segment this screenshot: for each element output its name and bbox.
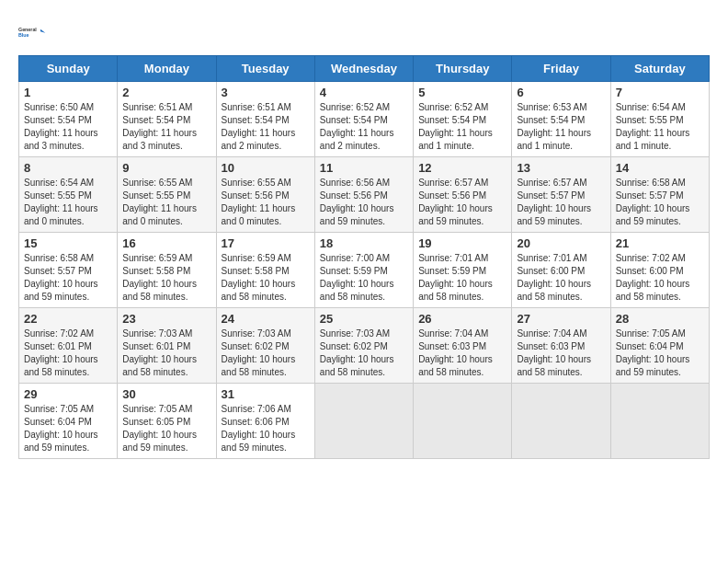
day-number: 3 (222, 86, 310, 99)
day-cell: 20 Sunrise: 7:01 AMSunset: 6:00 PMDaylig… (512, 233, 610, 308)
page-header: GeneralBlue (18, 18, 710, 46)
day-number: 2 (122, 86, 210, 99)
day-number: 11 (320, 161, 408, 175)
day-cell: 23 Sunrise: 7:03 AMSunset: 6:01 PMDaylig… (118, 308, 216, 384)
day-cell: 11 Sunrise: 6:56 AMSunset: 5:56 PMDaylig… (314, 157, 413, 233)
day-info: Sunrise: 6:55 AMSunset: 5:56 PMDaylight:… (222, 178, 296, 226)
svg-marker-2 (40, 29, 45, 33)
svg-text:Blue: Blue (18, 32, 29, 38)
day-cell: 21 Sunrise: 7:02 AMSunset: 6:00 PMDaylig… (610, 233, 709, 308)
week-row-5: 29 Sunrise: 7:05 AMSunset: 6:04 PMDaylig… (19, 384, 710, 459)
calendar-table: SundayMondayTuesdayWednesdayThursdayFrid… (18, 55, 710, 459)
day-info: Sunrise: 6:53 AMSunset: 5:54 PMDaylight:… (517, 102, 591, 151)
day-number: 17 (222, 236, 310, 250)
day-info: Sunrise: 6:58 AMSunset: 5:57 PMDaylight:… (616, 178, 690, 226)
day-info: Sunrise: 6:51 AMSunset: 5:54 PMDaylight:… (122, 102, 197, 151)
day-cell: 18 Sunrise: 7:00 AMSunset: 5:59 PMDaylig… (314, 233, 413, 308)
weekday-header-wednesday: Wednesday (314, 56, 413, 82)
day-number: 23 (122, 312, 210, 326)
day-cell: 12 Sunrise: 6:57 AMSunset: 5:56 PMDaylig… (414, 157, 512, 233)
day-info: Sunrise: 7:03 AMSunset: 6:02 PMDaylight:… (222, 328, 296, 377)
week-row-1: 1 Sunrise: 6:50 AMSunset: 5:54 PMDayligh… (19, 82, 710, 157)
day-number: 10 (222, 161, 310, 175)
day-number: 31 (222, 387, 310, 401)
weekday-header-sunday: Sunday (19, 56, 118, 82)
day-info: Sunrise: 6:57 AMSunset: 5:57 PMDaylight:… (517, 178, 591, 226)
day-info: Sunrise: 6:59 AMSunset: 5:58 PMDaylight:… (122, 253, 197, 302)
day-info: Sunrise: 6:58 AMSunset: 5:57 PMDaylight:… (24, 253, 98, 302)
day-number: 26 (418, 312, 506, 326)
day-number: 8 (24, 161, 112, 175)
day-info: Sunrise: 7:05 AMSunset: 6:04 PMDaylight:… (616, 328, 690, 377)
day-cell: 9 Sunrise: 6:55 AMSunset: 5:55 PMDayligh… (118, 157, 216, 233)
day-cell (512, 384, 610, 459)
day-cell (610, 384, 709, 459)
logo: GeneralBlue (18, 18, 46, 46)
day-info: Sunrise: 7:04 AMSunset: 6:03 PMDaylight:… (517, 328, 591, 377)
day-info: Sunrise: 6:57 AMSunset: 5:56 PMDaylight:… (418, 178, 493, 226)
day-info: Sunrise: 7:01 AMSunset: 5:59 PMDaylight:… (418, 253, 493, 302)
day-cell: 5 Sunrise: 6:52 AMSunset: 5:54 PMDayligh… (414, 82, 512, 157)
day-info: Sunrise: 6:52 AMSunset: 5:54 PMDaylight:… (418, 102, 493, 151)
day-info: Sunrise: 6:52 AMSunset: 5:54 PMDaylight:… (320, 102, 394, 151)
day-cell: 13 Sunrise: 6:57 AMSunset: 5:57 PMDaylig… (512, 157, 610, 233)
weekday-header-row: SundayMondayTuesdayWednesdayThursdayFrid… (19, 56, 710, 82)
day-cell: 6 Sunrise: 6:53 AMSunset: 5:54 PMDayligh… (512, 82, 610, 157)
day-info: Sunrise: 7:02 AMSunset: 6:01 PMDaylight:… (24, 328, 98, 377)
day-cell: 7 Sunrise: 6:54 AMSunset: 5:55 PMDayligh… (610, 82, 709, 157)
day-cell (414, 384, 512, 459)
week-row-3: 15 Sunrise: 6:58 AMSunset: 5:57 PMDaylig… (19, 233, 710, 308)
day-number: 22 (24, 312, 112, 326)
day-info: Sunrise: 7:03 AMSunset: 6:01 PMDaylight:… (122, 328, 197, 377)
day-number: 4 (320, 86, 408, 99)
day-info: Sunrise: 7:03 AMSunset: 6:02 PMDaylight:… (320, 328, 394, 377)
day-cell: 31 Sunrise: 7:06 AMSunset: 6:06 PMDaylig… (216, 384, 314, 459)
day-cell: 28 Sunrise: 7:05 AMSunset: 6:04 PMDaylig… (610, 308, 709, 384)
day-number: 29 (24, 387, 112, 401)
day-cell: 4 Sunrise: 6:52 AMSunset: 5:54 PMDayligh… (314, 82, 413, 157)
day-cell: 17 Sunrise: 6:59 AMSunset: 5:58 PMDaylig… (216, 233, 314, 308)
day-info: Sunrise: 6:59 AMSunset: 5:58 PMDaylight:… (222, 253, 296, 302)
day-number: 9 (122, 161, 210, 175)
day-number: 25 (320, 312, 408, 326)
day-number: 28 (616, 312, 704, 326)
day-number: 15 (24, 236, 112, 250)
day-info: Sunrise: 6:50 AMSunset: 5:54 PMDaylight:… (24, 102, 98, 151)
day-cell: 29 Sunrise: 7:05 AMSunset: 6:04 PMDaylig… (19, 384, 118, 459)
day-cell: 15 Sunrise: 6:58 AMSunset: 5:57 PMDaylig… (19, 233, 118, 308)
logo-icon: GeneralBlue (18, 18, 46, 46)
day-number: 21 (616, 236, 704, 250)
day-info: Sunrise: 7:05 AMSunset: 6:05 PMDaylight:… (122, 404, 197, 453)
day-cell: 24 Sunrise: 7:03 AMSunset: 6:02 PMDaylig… (216, 308, 314, 384)
weekday-header-friday: Friday (512, 56, 610, 82)
day-cell: 2 Sunrise: 6:51 AMSunset: 5:54 PMDayligh… (118, 82, 216, 157)
weekday-header-saturday: Saturday (610, 56, 709, 82)
day-info: Sunrise: 7:05 AMSunset: 6:04 PMDaylight:… (24, 404, 98, 453)
day-cell: 22 Sunrise: 7:02 AMSunset: 6:01 PMDaylig… (19, 308, 118, 384)
day-number: 5 (418, 86, 506, 99)
day-cell: 16 Sunrise: 6:59 AMSunset: 5:58 PMDaylig… (118, 233, 216, 308)
day-cell: 8 Sunrise: 6:54 AMSunset: 5:55 PMDayligh… (19, 157, 118, 233)
day-number: 13 (517, 161, 605, 175)
day-number: 18 (320, 236, 408, 250)
svg-text:General: General (18, 27, 37, 32)
day-info: Sunrise: 7:02 AMSunset: 6:00 PMDaylight:… (616, 253, 690, 302)
day-number: 19 (418, 236, 506, 250)
weekday-header-monday: Monday (118, 56, 216, 82)
day-info: Sunrise: 7:06 AMSunset: 6:06 PMDaylight:… (222, 404, 296, 453)
day-number: 20 (517, 236, 605, 250)
day-cell: 3 Sunrise: 6:51 AMSunset: 5:54 PMDayligh… (216, 82, 314, 157)
day-cell: 19 Sunrise: 7:01 AMSunset: 5:59 PMDaylig… (414, 233, 512, 308)
day-info: Sunrise: 6:55 AMSunset: 5:55 PMDaylight:… (122, 178, 197, 226)
day-cell: 1 Sunrise: 6:50 AMSunset: 5:54 PMDayligh… (19, 82, 118, 157)
day-number: 30 (122, 387, 210, 401)
day-info: Sunrise: 6:54 AMSunset: 5:55 PMDaylight:… (24, 178, 98, 226)
day-cell (314, 384, 413, 459)
day-info: Sunrise: 7:01 AMSunset: 6:00 PMDaylight:… (517, 253, 591, 302)
week-row-4: 22 Sunrise: 7:02 AMSunset: 6:01 PMDaylig… (19, 308, 710, 384)
day-info: Sunrise: 7:00 AMSunset: 5:59 PMDaylight:… (320, 253, 394, 302)
day-cell: 30 Sunrise: 7:05 AMSunset: 6:05 PMDaylig… (118, 384, 216, 459)
weekday-header-tuesday: Tuesday (216, 56, 314, 82)
day-number: 24 (222, 312, 310, 326)
day-number: 6 (517, 86, 605, 99)
